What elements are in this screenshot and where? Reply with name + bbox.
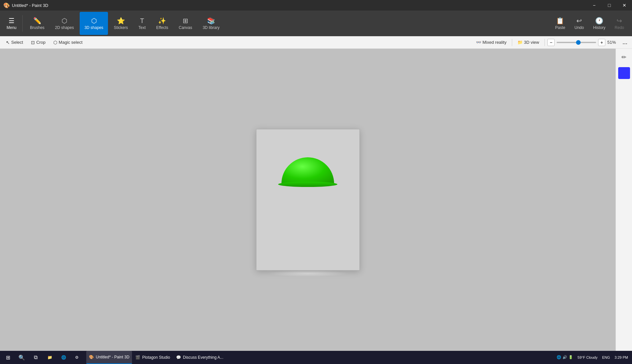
taskbar-weather[interactable]: 59°F Cloudy [576, 355, 599, 360]
zoom-value: 51% [607, 40, 619, 45]
sidebar-edit-icon[interactable]: ✏ [618, 51, 630, 63]
crop-icon: ⊡ [31, 40, 35, 45]
main-toolbar: ☰ Menu ✏️ Brushes ⬡ 2D shapes ⬡ 3D shape… [0, 11, 632, 36]
hat-brim [278, 182, 337, 187]
plotagon-icon: 🎬 [135, 355, 140, 360]
taskbar-left: ⊞ 🔍 ⧉ [0, 351, 43, 364]
language-text: ENG [602, 355, 610, 359]
effects-tool[interactable]: ✨ Effects [152, 12, 173, 35]
undo-tool[interactable]: ↩ Undo [570, 12, 589, 35]
toolbar-right: 📋 Paste ↩ Undo 🕐 History ↪ Redo [551, 12, 629, 35]
shapes-3d-label: 3D shapes [84, 25, 103, 30]
paste-label: Paste [555, 25, 566, 30]
menu-icon: ☰ [9, 17, 14, 25]
close-button[interactable]: ✕ [617, 0, 632, 11]
select-label: Select [11, 40, 23, 45]
select-tool[interactable]: ↖ Select [3, 38, 26, 47]
shapes-2d-icon: ⬡ [62, 17, 67, 25]
taskbar-app-fileexplorer[interactable]: 📁 [45, 351, 58, 364]
zoom-slider[interactable] [557, 42, 596, 43]
zoom-in-button[interactable]: + [598, 39, 605, 46]
taskview-button[interactable]: ⧉ [29, 351, 42, 364]
stickers-tool[interactable]: ⭐ Stickers [109, 12, 133, 35]
undo-icon: ↩ [576, 17, 582, 25]
stickers-icon: ⭐ [117, 17, 125, 25]
fileexplorer-icon: 📁 [47, 355, 52, 360]
main-area: ✏ [0, 49, 632, 351]
search-button[interactable]: 🔍 [15, 351, 28, 364]
shapes-3d-tool[interactable]: ⬡ 3D shapes [80, 12, 108, 35]
shapes-2d-tool[interactable]: ⬡ 2D shapes [50, 12, 78, 35]
brushes-icon: ✏️ [33, 17, 41, 25]
redo-label: Redo [615, 25, 624, 30]
taskbar-clock[interactable]: 3:29 PM [613, 354, 629, 360]
history-label: History [593, 25, 605, 30]
brushes-tool[interactable]: ✏️ Brushes [25, 12, 49, 35]
text-tool[interactable]: T Text [134, 12, 150, 35]
redo-tool[interactable]: ↪ Redo [610, 12, 629, 35]
right-sidebar: ✏ [616, 49, 632, 351]
text-label: Text [139, 25, 146, 30]
subtoolbar-right: 👓 Mixed reality 📁 3D view − + 51% ... [473, 38, 629, 46]
redo-icon: ↪ [617, 17, 622, 25]
battery-icon: 🔋 [568, 355, 573, 359]
stickers-label: Stickers [114, 25, 128, 30]
mixed-reality-label: Mixed reality [483, 40, 507, 45]
view-3d-label: 3D view [524, 40, 539, 45]
weather-text: 59°F Cloudy [578, 355, 598, 359]
magic-select-icon: ⬡ [53, 40, 57, 45]
clock-time: 3:29 PM [615, 355, 628, 360]
canvas-tool[interactable]: ⊞ Canvas [174, 12, 197, 35]
taskbar-app-paint3d[interactable]: 🎨 Untitled* - Paint 3D [86, 351, 132, 364]
taskbar-app-plotagon[interactable]: 🎬 Plotagon Studio [133, 351, 173, 364]
text-icon: T [140, 17, 144, 25]
more-options-button[interactable]: ... [620, 38, 629, 46]
canvas-icon: ⊞ [183, 17, 188, 25]
brushes-label: Brushes [30, 25, 44, 30]
zoom-control: − + 51% [547, 39, 619, 46]
network-icon: 🌐 [557, 355, 561, 359]
menu-button[interactable]: ☰ Menu [3, 12, 20, 35]
sound-icon: 🔊 [563, 355, 567, 359]
shapes-2d-label: 2D shapes [55, 25, 74, 30]
taskbar-app-discuss[interactable]: 💬 Discuss Everything A... [173, 351, 226, 364]
canvas-container[interactable] [0, 49, 616, 351]
select-icon: ↖ [6, 40, 10, 45]
canvas-workspace [256, 129, 360, 271]
taskbar-app-settings[interactable]: ⚙ [72, 351, 86, 364]
view-3d-icon: 📁 [517, 40, 523, 45]
paste-tool[interactable]: 📋 Paste [551, 12, 570, 35]
sub-toolbar: ↖ Select ⊡ Crop ⬡ Magic select 👓 Mixed r… [0, 36, 632, 49]
magic-select-tool[interactable]: ⬡ Magic select [50, 38, 86, 47]
minimize-button[interactable]: − [587, 0, 602, 11]
mixed-reality-icon: 👓 [476, 40, 481, 45]
taskbar-language[interactable]: ENG [601, 355, 611, 360]
library-3d-icon: 📚 [207, 17, 215, 25]
plotagon-label: Plotagon Studio [142, 355, 170, 360]
taskbar-app-edge[interactable]: 🌐 [59, 351, 72, 364]
discuss-icon: 💬 [176, 355, 181, 360]
color-swatch[interactable] [618, 67, 630, 79]
paste-icon: 📋 [556, 17, 564, 25]
taskbar: ⊞ 🔍 ⧉ 📁 🌐 ⚙ 🎨 Untitled* - Paint 3D 🎬 Plo… [0, 351, 632, 364]
shapes-3d-icon: ⬡ [91, 17, 97, 25]
window-title: Untitled* - Paint 3D [12, 3, 48, 8]
menu-label: Menu [7, 25, 16, 30]
maximize-button[interactable]: □ [602, 0, 617, 11]
crop-tool[interactable]: ⊡ Crop [28, 38, 49, 47]
taskbar-systray[interactable]: 🌐 🔊 🔋 [555, 354, 574, 360]
paint3d-icon: 🎨 [89, 355, 94, 359]
clock-display: 3:29 PM [615, 355, 628, 360]
mixed-reality-tool[interactable]: 👓 Mixed reality [473, 39, 509, 46]
start-button[interactable]: ⊞ [1, 351, 14, 364]
view-3d-tool[interactable]: 📁 3D view [515, 39, 542, 46]
history-tool[interactable]: 🕐 History [589, 12, 610, 35]
discuss-label: Discuss Everything A... [183, 355, 224, 360]
taskbar-right: 🌐 🔊 🔋 59°F Cloudy ENG 3:29 PM [553, 354, 632, 360]
window-controls: − □ ✕ [587, 0, 632, 11]
zoom-out-button[interactable]: − [547, 39, 555, 46]
edge-icon: 🌐 [61, 355, 66, 360]
library-3d-tool[interactable]: 📚 3D library [198, 12, 224, 35]
taskbar-apps: 📁 🌐 ⚙ 🎨 Untitled* - Paint 3D 🎬 Plotagon … [45, 351, 226, 364]
undo-label: Undo [574, 25, 584, 30]
